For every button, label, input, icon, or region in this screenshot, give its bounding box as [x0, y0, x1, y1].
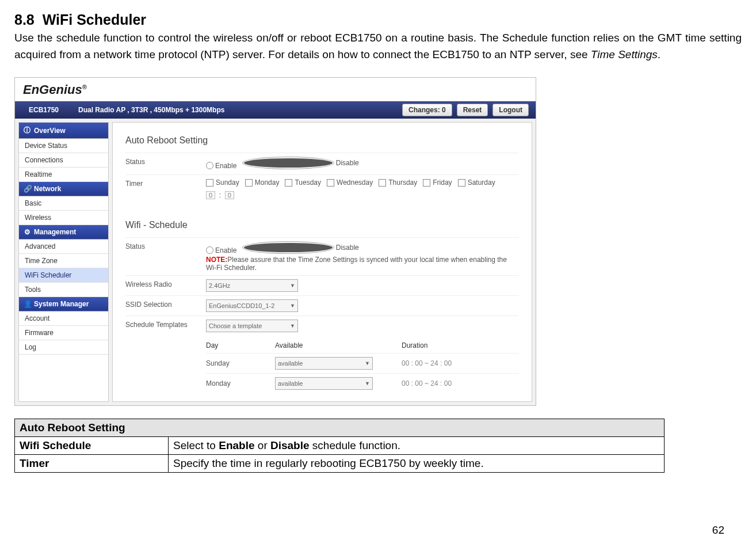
radio-row: Enable Disable — [206, 241, 519, 256]
day-friday: Friday — [433, 178, 452, 187]
checkbox-icon[interactable] — [379, 179, 386, 187]
sched-duration: 00 : 00 ~ 24 : 00 — [402, 359, 519, 367]
time-inputs: 0 : 0 — [206, 191, 519, 199]
sidebar-header-management[interactable]: ⚙Management — [19, 225, 108, 240]
row-value: Specify the time in regularly rebooting … — [169, 455, 665, 473]
row-value-post: schedule function. — [310, 439, 400, 451]
row-value-mid: or — [255, 439, 270, 451]
table-row: Wifi Schedule Select to Enable or Disabl… — [15, 437, 665, 455]
radio-enable-auto[interactable]: Enable — [206, 162, 236, 170]
auto-reboot-title: Auto Reboot Setting — [125, 135, 519, 146]
sched-avail-cell: available▼ — [275, 357, 390, 370]
sidebar-item-account[interactable]: Account — [19, 311, 108, 326]
select-ssid[interactable]: EnGeniusCCDD10_1-2▼ — [206, 299, 298, 312]
row-value-bold-enable: Enable — [219, 439, 254, 451]
ctrl-templates: Choose a template▼ — [206, 320, 519, 332]
day-wednesday: Wednesday — [337, 178, 373, 187]
sidebar-item-time-zone[interactable]: Time Zone — [19, 254, 108, 268]
changes-button[interactable]: Changes: 0 — [402, 104, 452, 116]
router-topbar: ECB1750 Dual Radio AP , 3T3R , 450Mbps +… — [15, 101, 536, 119]
row-value-bold-disable: Disable — [270, 439, 310, 451]
section-number: 8.8 — [14, 12, 35, 28]
row-key: Wifi Schedule — [15, 437, 169, 455]
select-wireless-radio-value: 2.4GHz — [209, 282, 230, 289]
day-thursday: Thursday — [388, 178, 417, 187]
row-templates: Schedule Templates Choose a template▼ — [125, 316, 519, 336]
sidebar-header-network[interactable]: 🔗Network — [19, 182, 108, 196]
note-prefix: NOTE: — [206, 256, 227, 264]
sidebar-item-firmware[interactable]: Firmware — [19, 326, 108, 340]
table-row: Timer Specify the time in regularly rebo… — [15, 455, 665, 473]
radio-disable-wifi-label: Disable — [336, 244, 359, 252]
sidebar-item-device-status[interactable]: Device Status — [19, 139, 108, 153]
network-icon: 🔗 — [24, 185, 30, 193]
sidebar-header-overview[interactable]: ⓘOverView — [19, 123, 108, 139]
ctrl-ssid: EnGeniusCCDD10_1-2▼ — [206, 299, 519, 312]
schedule-row: Monday available▼ 00 : 00 ~ 24 : 00 — [206, 373, 519, 393]
radio-disable-auto[interactable]: Disable — [242, 157, 359, 169]
radio-enable-auto-label: Enable — [215, 162, 236, 170]
sidebar: ⓘOverView Device Status Connections Real… — [18, 122, 109, 402]
select-available[interactable]: available▼ — [275, 357, 373, 370]
router-body: ⓘOverView Device Status Connections Real… — [15, 119, 536, 405]
intro-paragraph: Use the schedule function to control the… — [14, 30, 742, 63]
user-icon: 👤 — [24, 300, 30, 308]
radio-icon — [242, 241, 334, 254]
checkbox-icon[interactable] — [423, 179, 430, 187]
sidebar-header-system-label: System Manager — [34, 300, 89, 308]
ctrl-status-wifi: Enable Disable NOTE:Please assure that t… — [206, 241, 519, 272]
sched-avail-cell: available▼ — [275, 377, 390, 390]
model-desc: Dual Radio AP , 3T3R , 450Mbps + 1300Mbp… — [72, 106, 400, 114]
chevron-down-icon: ▼ — [365, 360, 370, 366]
checkbox-icon[interactable] — [458, 179, 465, 187]
sidebar-item-tools[interactable]: Tools — [19, 283, 108, 297]
checkbox-icon[interactable] — [327, 179, 334, 187]
radio-icon — [206, 246, 213, 254]
intro-em: Time Settings — [591, 48, 658, 60]
gear-icon: ⚙ — [24, 228, 30, 236]
radio-disable-wifi[interactable]: Disable — [242, 241, 359, 254]
select-wireless-radio[interactable]: 2.4GHz▼ — [206, 279, 298, 292]
router-screenshot: EnGenius® ECB1750 Dual Radio AP , 3T3R ,… — [14, 77, 536, 406]
label-status-wifi: Status — [125, 241, 206, 250]
row-status-auto: Status Enable Disable — [125, 153, 519, 174]
sidebar-item-wifi-scheduler[interactable]: WiFi Scheduler — [19, 268, 108, 283]
sidebar-item-wireless[interactable]: Wireless — [19, 211, 108, 225]
day-checkbox-row: Sunday Monday Tuesday Wednesday Thursday… — [206, 178, 519, 187]
section-name: WiFi Scheduler — [43, 12, 146, 28]
logout-button[interactable]: Logout — [492, 104, 529, 116]
label-wireless-radio: Wireless Radio — [125, 279, 206, 288]
sidebar-item-realtime[interactable]: Realtime — [19, 168, 108, 182]
registered-symbol: ® — [82, 83, 87, 90]
ctrl-timer: Sunday Monday Tuesday Wednesday Thursday… — [206, 178, 519, 199]
table-header: Auto Reboot Setting — [15, 419, 665, 437]
sidebar-item-connections[interactable]: Connections — [19, 153, 108, 168]
checkbox-icon[interactable] — [285, 179, 292, 187]
chevron-down-icon: ▼ — [365, 381, 370, 386]
checkbox-icon[interactable] — [245, 179, 253, 187]
reset-button[interactable]: Reset — [457, 104, 488, 116]
sched-day: Sunday — [206, 359, 264, 367]
sidebar-header-network-label: Network — [34, 185, 61, 193]
main-panel: Auto Reboot Setting Status Enable Disabl… — [112, 122, 532, 402]
day-saturday: Saturday — [468, 178, 495, 187]
select-template[interactable]: Choose a template▼ — [206, 320, 298, 332]
router-logo-text: EnGenius — [23, 82, 82, 97]
radio-enable-wifi[interactable]: Enable — [206, 246, 236, 254]
checkbox-icon[interactable] — [206, 179, 213, 187]
minute-input[interactable]: 0 — [225, 191, 234, 199]
section-title: 8.8 WiFi Scheduler — [14, 12, 742, 28]
row-ssid: SSID Selection EnGeniusCCDD10_1-2▼ — [125, 295, 519, 316]
sidebar-header-overview-label: OverView — [34, 127, 65, 135]
hour-input[interactable]: 0 — [206, 191, 215, 199]
label-templates: Schedule Templates — [125, 320, 206, 329]
sidebar-item-log[interactable]: Log — [19, 340, 108, 355]
select-available[interactable]: available▼ — [275, 377, 373, 390]
sidebar-item-basic[interactable]: Basic — [19, 196, 108, 211]
info-icon: ⓘ — [24, 126, 30, 135]
sidebar-header-system[interactable]: 👤System Manager — [19, 297, 108, 311]
model-label: ECB1750 — [15, 106, 72, 114]
sidebar-item-advanced[interactable]: Advanced — [19, 240, 108, 254]
radio-icon — [242, 157, 334, 169]
note-line: NOTE:Please assure that the Time Zone Se… — [206, 256, 519, 272]
